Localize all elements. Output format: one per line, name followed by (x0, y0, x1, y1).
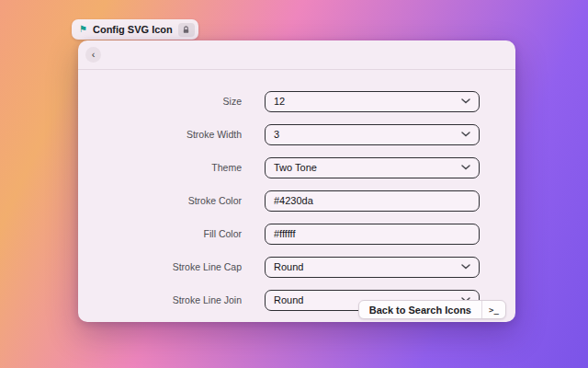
terminal-prompt-icon: >_ (489, 305, 499, 315)
footer-button-group: Back to Search Icons >_ (358, 300, 506, 319)
flag-icon: ⚑ (79, 25, 87, 34)
stroke-line-cap-select[interactable]: Round (265, 257, 480, 278)
lock-icon (182, 23, 190, 37)
config-tab[interactable]: ⚑ Config SVG Icon (72, 19, 198, 40)
chevron-down-icon (461, 165, 470, 170)
form-row-fill-color: Fill Color (78, 217, 515, 250)
lock-button[interactable] (178, 23, 195, 37)
chevron-down-icon (461, 132, 470, 137)
form-row-size: Size 12 (78, 85, 515, 118)
stroke-width-value: 3 (274, 129, 461, 140)
config-form: Size 12 Stroke Width 3 Theme Two Tone (78, 70, 515, 316)
window-header: ‹ (78, 40, 515, 70)
form-row-stroke-color: Stroke Color (78, 184, 515, 217)
fill-color-label: Fill Color (78, 228, 254, 239)
form-row-theme: Theme Two Tone (78, 151, 515, 184)
stroke-width-label: Stroke Width (78, 129, 254, 140)
back-to-search-button[interactable]: Back to Search Icons (359, 301, 481, 318)
theme-select[interactable]: Two Tone (265, 157, 480, 178)
stroke-line-cap-value: Round (274, 261, 461, 272)
theme-value: Two Tone (274, 162, 461, 173)
fill-color-input[interactable] (265, 224, 480, 245)
chevron-down-icon (461, 98, 470, 104)
size-select[interactable]: 12 (265, 91, 480, 112)
chevron-down-icon (461, 264, 470, 270)
theme-label: Theme (78, 162, 254, 173)
tab-title: Config SVG Icon (93, 24, 173, 35)
stroke-line-join-label: Stroke Line Join (78, 294, 254, 305)
size-value: 12 (274, 96, 461, 107)
stroke-color-label: Stroke Color (78, 195, 254, 206)
form-row-stroke-width: Stroke Width 3 (78, 118, 515, 151)
stroke-color-input[interactable] (265, 190, 480, 212)
config-window: ‹ Size 12 Stroke Width 3 Theme (78, 40, 515, 322)
back-button[interactable]: ‹ (85, 47, 101, 63)
size-label: Size (78, 96, 254, 107)
stroke-line-cap-label: Stroke Line Cap (78, 261, 254, 272)
terminal-button[interactable]: >_ (481, 301, 505, 318)
form-row-stroke-line-cap: Stroke Line Cap Round (78, 250, 515, 283)
stroke-width-select[interactable]: 3 (265, 124, 480, 145)
